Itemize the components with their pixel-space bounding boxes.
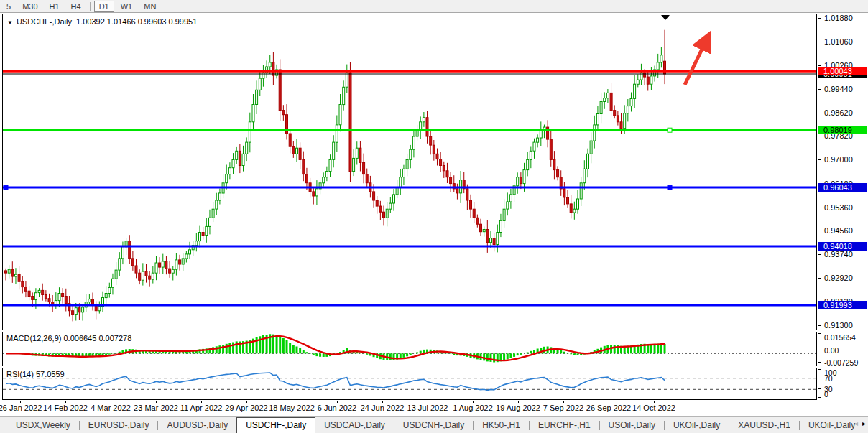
x-axis-label: 19 Aug 2022	[496, 404, 540, 412]
rsi-scale-label: 70	[824, 374, 833, 383]
chart-tab-bar: USDX,WeeklyEURUSD-,DailyAUDUSD-,DailyUSD…	[0, 416, 868, 433]
price-label-1.00043: 1.00043	[818, 67, 867, 75]
x-axis-label: 6 Jun 2022	[318, 404, 356, 412]
x-axis-tick	[428, 401, 428, 403]
y-axis-tick	[818, 159, 821, 160]
price-label-0.96043: 0.96043	[818, 183, 867, 192]
x-axis-tick	[156, 401, 157, 403]
tab-usoil-daily[interactable]: USOil-,Daily	[600, 418, 664, 433]
y-axis-label: 1.01060	[824, 37, 853, 46]
tab-eurusd-daily[interactable]: EURUSD-,Daily	[80, 418, 158, 433]
y-axis-tick	[818, 42, 821, 42]
price-label-0.98019: 0.98019	[818, 126, 867, 134]
candlestick-plot[interactable]	[3, 14, 816, 330]
rsi-scale-tick	[818, 369, 821, 370]
x-axis-tick	[246, 401, 247, 403]
tab-scroll-right-icon[interactable]: ▸	[862, 419, 866, 427]
support-green-line-handle-right[interactable]	[668, 128, 672, 132]
period-button-d1[interactable]: D1	[94, 1, 114, 12]
period-button-h4[interactable]: H4	[66, 1, 86, 12]
macd-scale-tick	[818, 333, 821, 334]
x-axis-tick	[20, 401, 21, 403]
x-axis-label: 26 Jan 2022	[0, 404, 42, 412]
x-axis-label: 1 Aug 2022	[453, 404, 493, 412]
period-button-w1[interactable]: W1	[116, 1, 138, 12]
period-button-m30[interactable]: M30	[17, 1, 42, 12]
rsi-line	[6, 373, 665, 390]
y-axis-tick	[818, 136, 821, 136]
x-axis-label: 11 Apr 2022	[180, 404, 223, 412]
rsi-scale-tick	[818, 388, 821, 389]
rsi-scale-tick	[818, 378, 821, 378]
chart-dropdown-icon[interactable]: ▼	[7, 19, 13, 26]
rsi-scale-label: 0	[824, 390, 828, 399]
price-label-0.94018: 0.94018	[818, 242, 867, 251]
date-axis[interactable]: 26 Jan 202214 Feb 20224 Mar 202223 Mar 2…	[2, 401, 868, 416]
y-axis-tick	[818, 325, 821, 326]
x-axis-label: 29 Apr 2022	[225, 404, 267, 412]
tab-hk50-h1[interactable]: HK50-,H1	[474, 418, 529, 433]
support-blue-line-1-handle-left[interactable]	[4, 185, 8, 190]
x-axis-tick	[563, 401, 564, 403]
y-axis-tick	[818, 65, 821, 66]
y-axis-label: 0.99440	[824, 85, 853, 93]
period-button-mn[interactable]: MN	[139, 1, 161, 12]
chart-symbol-label: USDCHF-,Daily	[17, 17, 72, 26]
price-label-0.91993: 0.91993	[818, 301, 867, 309]
macd-label: MACD(12,26,9) 0.006645 0.007278	[6, 334, 131, 343]
y-axis-tick	[818, 89, 821, 90]
rsi-panel: RSI(14) 57.0559	[2, 368, 817, 400]
x-axis-label: 4 Mar 2022	[91, 404, 131, 412]
x-axis-tick	[382, 401, 383, 403]
x-axis-label: 26 Sep 2022	[586, 404, 631, 412]
tab-audusd-daily[interactable]: AUDUSD-,Daily	[158, 418, 236, 433]
x-axis-tick	[337, 401, 338, 403]
x-axis-tick	[609, 401, 609, 403]
tab-usdcnh-daily[interactable]: USDCNH-,Daily	[394, 418, 473, 433]
chart-shift-icon	[661, 15, 670, 20]
rsi-scale-tick	[818, 397, 821, 398]
tab-scroll-left-icon[interactable]: ◂	[854, 419, 858, 427]
x-axis-label: 23 Mar 2022	[134, 404, 178, 412]
y-axis-label: 0.95360	[824, 203, 853, 212]
y-axis-label: 0.97000	[824, 155, 853, 164]
price-scale[interactable]: 1.018801.010601.002600.994400.986200.978…	[818, 14, 868, 401]
toolbar-divider	[165, 2, 165, 11]
timeframe-toolbar: 5M30H1H4D1W1MN	[0, 0, 868, 13]
x-axis-tick	[473, 401, 474, 403]
macd-scale-label: 0.00	[824, 346, 839, 355]
tab-usdcad-daily[interactable]: USDCAD-,Daily	[315, 418, 394, 433]
y-axis-tick	[818, 231, 821, 231]
x-axis-tick	[111, 401, 111, 403]
chart-ohlc-values: 1.00392 1.01466 0.99603 0.99951	[76, 17, 197, 26]
y-axis-tick	[818, 208, 821, 208]
period-button-h1[interactable]: H1	[45, 1, 65, 12]
y-axis-label: 0.93740	[824, 250, 853, 259]
tab-usdchf-daily[interactable]: USDCHF-,Daily	[236, 417, 315, 433]
support-blue-line-1-handle-right[interactable]	[668, 185, 672, 190]
y-axis-tick	[818, 278, 821, 279]
toolbar-divider	[90, 2, 91, 11]
y-axis-label: 0.98620	[824, 108, 853, 117]
x-axis-label: 7 Sep 2022	[543, 404, 583, 412]
y-axis-label: 0.92920	[824, 274, 853, 282]
x-axis-label: 14 Feb 2022	[43, 404, 88, 412]
x-axis-tick	[65, 401, 66, 403]
x-axis-tick	[201, 401, 202, 403]
y-axis-tick	[818, 254, 821, 255]
y-axis-label: 0.94560	[824, 226, 853, 235]
x-axis-label: 13 Jul 2022	[407, 404, 448, 412]
period-button-5[interactable]: 5	[1, 1, 16, 12]
trend-arrow[interactable]	[685, 40, 706, 85]
x-axis-label: 18 May 2022	[269, 404, 315, 412]
macd-scale-label: 0.015654	[824, 333, 856, 342]
tab-eurchf-h1[interactable]: EURCHF-,H1	[530, 418, 599, 433]
tab-usdx-weekly[interactable]: USDX,Weekly	[7, 418, 79, 433]
y-axis-label: 0.91300	[824, 321, 853, 330]
x-axis-tick	[654, 401, 655, 403]
x-axis-tick	[518, 401, 519, 403]
macd-scale-tick	[818, 362, 821, 363]
tab-xauusd-h1[interactable]: XAUUSD-,H1	[729, 418, 799, 433]
rsi-plot[interactable]	[3, 368, 816, 399]
tab-ukoil-daily[interactable]: UKOil-,Daily	[665, 418, 729, 433]
